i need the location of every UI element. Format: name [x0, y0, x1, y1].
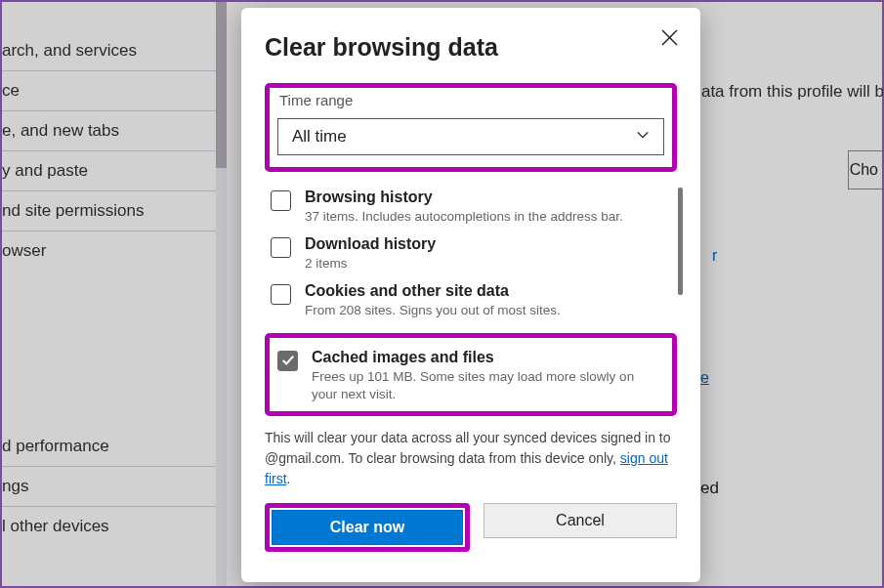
- sidebar-item[interactable]: e, and new tabs: [2, 111, 217, 151]
- sidebar-item[interactable]: y and paste: [2, 151, 217, 191]
- item-title: Download history: [305, 235, 661, 253]
- item-title: Cookies and other site data: [305, 282, 661, 300]
- item-desc: 2 items: [305, 255, 661, 273]
- item-desc: Frees up 101 MB. Some sites may load mor…: [312, 368, 654, 403]
- link-fragment[interactable]: e: [700, 369, 709, 387]
- item-desc: From 208 sites. Signs you out of most si…: [305, 302, 661, 319]
- highlight-cached-images: Cached images and files Frees up 101 MB.…: [265, 333, 677, 416]
- item-desc: 37 items. Includes autocompletions in th…: [305, 208, 661, 226]
- dialog-title: Clear browsing data: [265, 33, 677, 62]
- cancel-button[interactable]: Cancel: [484, 503, 677, 538]
- checkbox-cookies[interactable]: [271, 284, 291, 305]
- checkbox-browsing-history[interactable]: [271, 190, 291, 211]
- sidebar-item[interactable]: l other devices: [2, 507, 217, 546]
- time-range-value: All time: [292, 127, 347, 147]
- time-range-label: Time range: [277, 92, 664, 108]
- data-type-row[interactable]: Browsing history 37 items. Includes auto…: [265, 184, 677, 231]
- choose-button[interactable]: Cho: [848, 150, 882, 189]
- list-scrollbar[interactable]: [678, 188, 683, 295]
- sidebar-item[interactable]: arch, and services: [2, 31, 217, 71]
- sidebar-item[interactable]: ngs: [2, 467, 217, 507]
- link-fragment[interactable]: r: [712, 247, 717, 265]
- sidebar-item[interactable]: d performance: [2, 427, 217, 467]
- data-type-row[interactable]: Cookies and other site data From 208 sit…: [265, 277, 677, 324]
- time-range-select[interactable]: All time: [277, 118, 664, 155]
- close-icon[interactable]: [657, 25, 681, 49]
- item-title: Browsing history: [305, 189, 661, 206]
- sync-note: This will clear your data across all you…: [265, 428, 677, 489]
- scrollbar-thumb[interactable]: [216, 2, 227, 168]
- sidebar-item[interactable]: owser: [2, 231, 217, 271]
- highlight-time-range: Time range All time: [265, 83, 677, 172]
- clear-now-button[interactable]: Clear now: [272, 510, 463, 545]
- sidebar-item[interactable]: nd site permissions: [2, 191, 217, 231]
- data-types-list: Browsing history 37 items. Includes auto…: [265, 184, 677, 416]
- data-type-row[interactable]: Download history 2 items: [265, 231, 677, 277]
- item-title: Cached images and files: [312, 349, 654, 366]
- clear-browsing-data-dialog: Clear browsing data Time range All time …: [241, 8, 700, 582]
- data-type-row[interactable]: Cached images and files Frees up 101 MB.…: [272, 344, 670, 403]
- settings-sidebar: arch, and services ce e, and new tabs y …: [2, 12, 217, 586]
- chevron-down-icon: [636, 127, 650, 147]
- text-fragment: ed: [700, 479, 719, 498]
- checkbox-cached-images[interactable]: [277, 351, 298, 371]
- scrollbar-track[interactable]: [216, 2, 227, 586]
- profile-data-note: data from this profile will b: [692, 82, 884, 102]
- checkbox-download-history[interactable]: [271, 237, 291, 258]
- sidebar-item[interactable]: ce: [2, 71, 217, 111]
- highlight-clear-now: Clear now: [265, 503, 470, 552]
- dialog-buttons: Clear now Cancel: [265, 503, 677, 552]
